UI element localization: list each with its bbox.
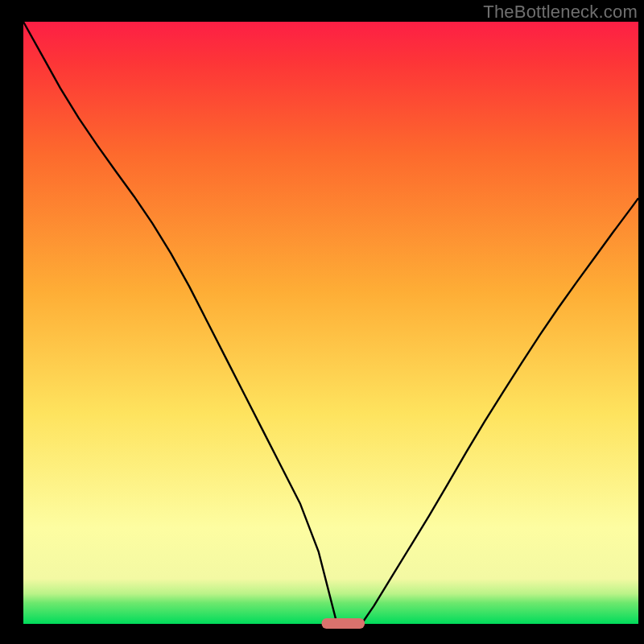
plot-area bbox=[23, 22, 638, 624]
chart-container: TheBottleneck.com bbox=[0, 0, 644, 644]
watermark-text: TheBottleneck.com bbox=[483, 2, 638, 23]
chart-svg bbox=[0, 0, 644, 644]
bottom-marker bbox=[322, 618, 365, 629]
